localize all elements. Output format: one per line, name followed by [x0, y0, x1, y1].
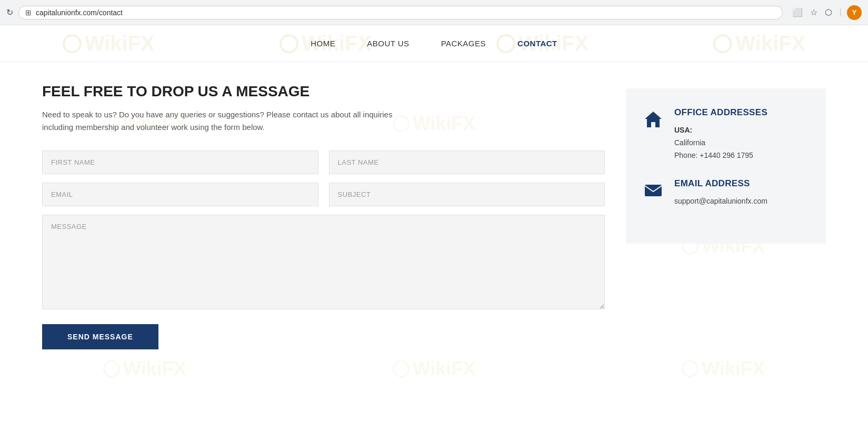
- nav-item-packages[interactable]: PACKAGES: [441, 39, 486, 48]
- nav-item-home[interactable]: HOME: [311, 39, 335, 48]
- name-row: [42, 150, 605, 174]
- message-textarea[interactable]: [42, 215, 605, 309]
- svg-rect-0: [645, 185, 662, 196]
- send-message-button[interactable]: SEND MESSAGE: [42, 324, 158, 349]
- browser-actions: ⬜ ☆ ⬡ |: [792, 7, 842, 17]
- security-icon: ⊞: [25, 8, 32, 17]
- contact-sidebar: OFFICE ADDRESSES USA: California Phone: …: [626, 88, 826, 244]
- email-section: EMAIL ADDRESS support@capitalunionfx.com: [643, 178, 809, 208]
- subject-input[interactable]: [329, 183, 605, 206]
- email-address: support@capitalunionfx.com: [674, 195, 767, 208]
- phone-label: Phone:: [674, 151, 697, 159]
- country-label: USA:: [674, 126, 692, 134]
- form-title: FEEL FREE TO DROP US A MESSAGE: [42, 83, 605, 100]
- phone-number: +1440 296 1795: [700, 151, 753, 159]
- home-icon: [643, 108, 664, 134]
- form-area: FEEL FREE TO DROP US A MESSAGE Need to s…: [42, 83, 605, 409]
- cast-icon[interactable]: ⬜: [792, 7, 803, 17]
- url-text: capitalunionfx.com/contact: [36, 8, 123, 17]
- navbar: WikiFX WikiFX WikiFX WikiFX HOME ABOUT U…: [0, 25, 868, 62]
- office-title: OFFICE ADDRESSES: [674, 107, 767, 118]
- extensions-icon[interactable]: ⬡: [825, 7, 832, 17]
- nav-item-contact[interactable]: CONTACT: [517, 39, 557, 48]
- first-name-input[interactable]: [42, 150, 318, 174]
- contact-row: [42, 183, 605, 206]
- email-content: EMAIL ADDRESS support@capitalunionfx.com: [674, 178, 767, 208]
- main-content: WikiFX WikiFX WikiFX WikiFX WikiFX WikiF…: [0, 62, 868, 430]
- form-description: Need to speak to us? Do you have any que…: [42, 108, 411, 134]
- bookmark-icon[interactable]: ☆: [810, 7, 817, 17]
- last-name-input[interactable]: [329, 150, 605, 174]
- office-content: OFFICE ADDRESSES USA: California Phone: …: [674, 107, 767, 162]
- email-input[interactable]: [42, 183, 318, 206]
- divider: |: [840, 7, 842, 17]
- nav-item-about[interactable]: ABOUT US: [367, 39, 409, 48]
- contact-form: SEND MESSAGE: [42, 150, 605, 349]
- user-avatar[interactable]: Y: [847, 5, 862, 20]
- office-section: OFFICE ADDRESSES USA: California Phone: …: [643, 107, 809, 162]
- office-country: USA:: [674, 124, 767, 137]
- office-phone: Phone: +1440 296 1795: [674, 149, 767, 162]
- reload-button[interactable]: ↻: [6, 7, 13, 17]
- address-bar[interactable]: ⊞ capitalunionfx.com/contact: [18, 6, 783, 19]
- nav-links: HOME ABOUT US PACKAGES CONTACT: [311, 39, 557, 48]
- browser-chrome: ↻ ⊞ capitalunionfx.com/contact ⬜ ☆ ⬡ | Y: [0, 0, 868, 25]
- office-city: California: [674, 137, 767, 149]
- envelope-icon: [643, 179, 664, 205]
- email-title: EMAIL ADDRESS: [674, 178, 767, 189]
